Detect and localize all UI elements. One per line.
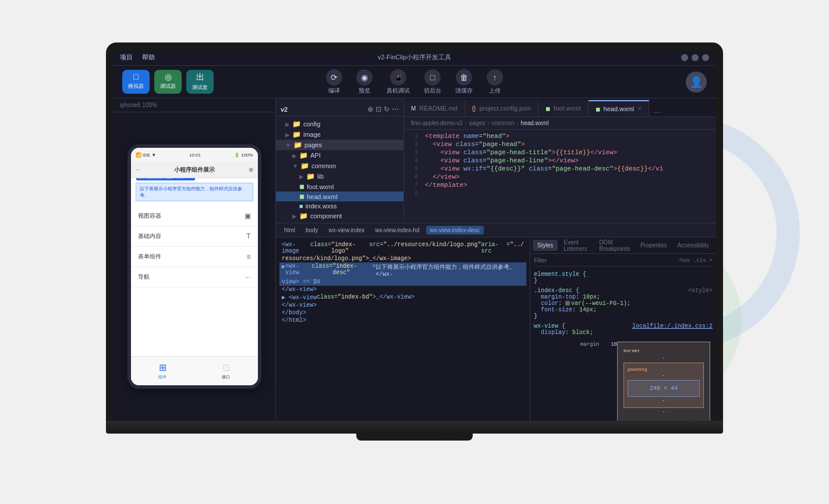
breadcrumb-root[interactable]: fino-applet-demo-v2 <box>411 120 463 126</box>
win-btn-maximize[interactable] <box>692 54 699 61</box>
tab-foot-label: foot.wxml <box>554 105 580 112</box>
tree-item-head-wxml[interactable]: ◼ head.wxml <box>276 191 403 201</box>
styles-tab-properties[interactable]: Properties <box>636 240 672 251</box>
wxml-icon: ◼ <box>299 183 304 190</box>
nav-item-components[interactable]: ⊞ 组件 <box>158 362 166 380</box>
components-label: 组件 <box>158 374 166 380</box>
tree-item-foot-wxml[interactable]: ◼ foot.wxml <box>276 182 403 191</box>
tree-icon-4[interactable]: ⋯ <box>392 105 399 113</box>
style-source-link[interactable]: localfile:/.index.css:2 <box>632 323 713 329</box>
toolbar-action-background[interactable]: □ 切后台 <box>424 69 441 95</box>
el-crumb-wx-view-hd[interactable]: wx-view.index-hd <box>371 226 423 235</box>
tab-more-icon[interactable]: ··· <box>649 107 665 116</box>
test-icon: 出 <box>196 72 204 83</box>
tree-label-head: head.wxml <box>307 193 338 200</box>
breadcrumb-common[interactable]: common <box>492 120 514 126</box>
compile-label: 编译 <box>328 87 340 95</box>
filter-input[interactable] <box>534 257 674 264</box>
html-line-2: ▶ <wx-view class="index-desc"> 以下将展示小程序官… <box>279 262 526 278</box>
tab-foot-wxml[interactable]: ◼ foot.wxml <box>539 100 588 116</box>
el-crumb-wx-view-index[interactable]: wx-view.index <box>325 226 369 235</box>
menu-item-help[interactable]: 帮助 <box>142 53 155 62</box>
user-avatar[interactable]: 👤 <box>686 72 707 93</box>
html-preview[interactable]: <wx-image class="index-logo" src="../res… <box>276 237 530 421</box>
tree-item-image[interactable]: ▶ 📁 image <box>276 129 403 140</box>
toolbar-btn-debugger[interactable]: ◎ 调试器 <box>154 70 182 94</box>
element-breadcrumb: html body wx-view.index wx-view.index-hd… <box>276 223 716 237</box>
real-debug-label: 真机调试 <box>387 87 410 95</box>
tab-head-wxml[interactable]: ◼ head.wxml × <box>589 100 650 116</box>
filter-hint-cls[interactable]: .cls <box>693 258 706 264</box>
list-item-1[interactable]: 基础内容 T <box>131 226 258 247</box>
simulator-label: 模拟器 <box>128 83 144 90</box>
styles-tab-styles[interactable]: Styles <box>533 240 558 251</box>
tree-icon-1[interactable]: ⊕ <box>367 105 373 113</box>
phone-title-bar: ··· 小程序组件展示 ⊕ <box>131 162 258 178</box>
folder-icon: 📁 <box>292 130 301 139</box>
styles-tab-accessibility[interactable]: Accessibility <box>673 240 714 251</box>
breadcrumb: fino-applet-demo-v2 › pages › common › h… <box>404 117 716 130</box>
folder-icon: 📁 <box>299 212 308 220</box>
list-item-0[interactable]: 视图容器 ▣ <box>131 206 258 226</box>
toolbar-action-clear-cache[interactable]: 🗑 清缓存 <box>455 69 473 95</box>
tree-item-lib[interactable]: ▶ 📁 lib <box>276 171 403 182</box>
status-time: 10:01 <box>189 152 201 158</box>
list-item-3[interactable]: 导航 ··· <box>131 267 258 288</box>
breadcrumb-sep-2: › <box>488 120 490 126</box>
tree-item-common[interactable]: ▼ 📁 common <box>276 161 403 171</box>
list-item-2[interactable]: 表单组件 ≡ <box>131 247 258 267</box>
style-rule-wx-view: wx-view { localfile:/.index.css:2 displa… <box>534 323 713 336</box>
tab-projectconfig[interactable]: {} project.config.json <box>465 100 539 116</box>
tree-item-component[interactable]: ▶ 📁 component <box>276 211 403 221</box>
menu-item-project[interactable]: 项目 <box>120 53 133 62</box>
tree-icon-2[interactable]: ⊡ <box>375 105 381 113</box>
tree-item-config[interactable]: ▶ 📁 config <box>276 119 403 129</box>
tree-label-api: API <box>310 152 321 159</box>
el-crumb-html[interactable]: html <box>281 226 299 235</box>
styles-content: :hov .cls + element.style { } <box>530 254 716 421</box>
toolbar-action-real-debug[interactable]: 📱 真机调试 <box>387 69 410 95</box>
tree-label-index-wxss: index.wxss <box>306 203 337 210</box>
toolbar-btn-test[interactable]: 出 测试套 <box>186 70 214 94</box>
win-btn-minimize[interactable] <box>681 54 688 61</box>
filter-hint-hov[interactable]: :hov <box>677 258 690 264</box>
tree-label-lib: lib <box>317 173 324 180</box>
tab-readme[interactable]: M README.md <box>404 100 465 116</box>
tree-label-image: image <box>303 131 321 138</box>
code-line-6: 6 </view> <box>404 173 716 181</box>
html-line-8: </html> <box>279 317 526 324</box>
tree-item-pages[interactable]: ▼ 📁 pages <box>276 140 403 150</box>
laptop-base <box>106 421 723 434</box>
main-content: iphone6 100% 📶 IDE ▼ 10:01 🔋 100% <box>113 98 716 421</box>
code-editor[interactable]: 1 <template name="head"> 2 <view class="… <box>404 130 716 223</box>
folder-icon: 📁 <box>300 162 309 170</box>
styles-tab-event-listeners[interactable]: Event Listeners <box>559 237 593 254</box>
toolbar-action-upload[interactable]: ↑ 上传 <box>487 69 503 95</box>
breadcrumb-file: head.wxml <box>521 120 549 126</box>
nav-item-api[interactable]: ⊡ 接口 <box>222 362 230 380</box>
tree-icon-3[interactable]: ↻ <box>384 105 389 113</box>
ide-container: 项目 帮助 v2-FinClip小程序开发工具 □ 模拟器 <box>113 49 716 421</box>
laptop-screen: 项目 帮助 v2-FinClip小程序开发工具 □ 模拟器 <box>113 49 716 421</box>
filter-hint-plus[interactable]: + <box>710 258 713 264</box>
html-line-7: </body> <box>279 309 526 317</box>
tree-item-index-wxss[interactable]: ■ index.wxss <box>276 201 403 211</box>
el-crumb-body[interactable]: body <box>302 226 322 235</box>
toolbar-left: □ 模拟器 ◎ 调试器 出 测试套 <box>122 70 214 94</box>
simulator-icon: □ <box>133 72 138 81</box>
laptop-stand <box>356 434 473 441</box>
breadcrumb-pages[interactable]: pages <box>469 120 485 126</box>
file-tree: v2 ⊕ ⊡ ↻ ⋯ ▶ <box>276 98 404 223</box>
styles-tab-dom-breakpoints[interactable]: DOM Breakpoints <box>594 237 635 254</box>
toolbar-action-preview[interactable]: ◉ 预览 <box>356 69 373 95</box>
el-crumb-wx-view-desc[interactable]: wx-view.index-desc <box>426 226 483 235</box>
tree-root-label: v2 <box>281 106 288 113</box>
win-btn-close[interactable] <box>702 54 709 61</box>
tab-close-icon[interactable]: × <box>637 105 642 113</box>
tree-item-api[interactable]: ▶ 📁 API <box>276 150 403 161</box>
phone-device: 📶 IDE ▼ 10:01 🔋 100% ··· 小程序组件展示 ⊕ <box>127 144 261 389</box>
toolbar-btn-simulator[interactable]: □ 模拟器 <box>122 70 150 94</box>
test-label: 测试套 <box>192 84 208 91</box>
debugger-icon: ◎ <box>165 72 172 81</box>
toolbar-action-compile[interactable]: ⟳ 编译 <box>326 69 342 95</box>
